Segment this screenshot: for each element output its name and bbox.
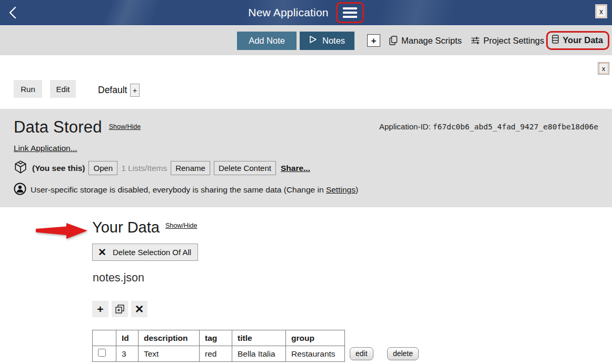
cell-title: Bella Italia bbox=[232, 346, 286, 362]
project-settings-button[interactable]: Project Settings bbox=[471, 36, 545, 46]
your-data-showhide-link[interactable]: Show/Hide bbox=[165, 222, 197, 229]
manage-scripts-label: Manage Scripts bbox=[401, 36, 462, 46]
header-title: title bbox=[232, 330, 286, 346]
cell-group: Restaurants bbox=[286, 346, 345, 362]
notes-button[interactable]: Notes bbox=[300, 32, 354, 50]
delete-selection-label: Delete Selection Of All bbox=[113, 248, 191, 257]
application-id-label: Application-ID: bbox=[379, 122, 431, 131]
cell-id: 3 bbox=[116, 346, 139, 362]
settings-link[interactable]: Settings bbox=[326, 185, 356, 194]
row-checkbox[interactable] bbox=[98, 349, 106, 357]
hamburger-menu-icon[interactable] bbox=[343, 7, 357, 18]
panel-close-button[interactable]: x bbox=[598, 62, 609, 75]
open-button[interactable]: Open bbox=[88, 161, 117, 175]
run-button[interactable]: Run bbox=[14, 80, 42, 98]
data-stored-title: Data Stored bbox=[14, 118, 102, 136]
dataset-file-name: notes.json bbox=[93, 271, 144, 285]
user-icon bbox=[14, 183, 26, 197]
sliders-icon bbox=[471, 36, 480, 45]
header-checkbox-col bbox=[93, 330, 116, 346]
link-application-link[interactable]: Link Application... bbox=[14, 144, 77, 153]
storage-note: User-specific storage is disabled, every… bbox=[14, 183, 598, 197]
table-header-row: Id description tag title group bbox=[93, 330, 419, 346]
scope-label: (You see this) bbox=[32, 164, 85, 173]
header-description: description bbox=[139, 330, 200, 346]
notes-button-label: Notes bbox=[322, 36, 345, 46]
red-arrow-annotation bbox=[36, 222, 88, 242]
application-id-value: f67dc0b6_abd5_4fad_9427_e80fbe18d06e bbox=[433, 123, 598, 131]
run-bar: x Run Edit Default + bbox=[0, 55, 612, 109]
delete-row-action-button[interactable]: delete bbox=[387, 347, 419, 360]
header-actions-col bbox=[345, 330, 419, 346]
cell-description: Text bbox=[139, 346, 200, 362]
share-link[interactable]: Share... bbox=[281, 164, 310, 173]
data-stored-panel: Data Stored Show/Hide Application-ID: f6… bbox=[0, 109, 612, 207]
cube-icon bbox=[14, 160, 27, 176]
add-note-button[interactable]: Add Note bbox=[237, 32, 297, 50]
row-checkbox-cell bbox=[93, 346, 116, 362]
delete-x-icon: ✕ bbox=[98, 247, 106, 257]
table-row: 3 Text red Bella Italia Restaurants edit… bbox=[93, 346, 419, 362]
row-actions: edit delete bbox=[345, 346, 419, 362]
application-id: Application-ID: f67dc0b6_abd5_4fad_9427_… bbox=[379, 122, 598, 131]
project-settings-label: Project Settings bbox=[483, 36, 545, 46]
delete-selection-button[interactable]: ✕ Delete Selection Of All bbox=[92, 244, 198, 261]
your-data-button[interactable]: Your Data bbox=[546, 31, 609, 50]
data-stored-showhide-link[interactable]: Show/Hide bbox=[109, 123, 141, 130]
add-profile-button[interactable]: + bbox=[130, 84, 140, 97]
delete-content-button[interactable]: Delete Content bbox=[214, 161, 276, 175]
add-tab-button[interactable]: + bbox=[367, 34, 380, 47]
duplicate-row-button[interactable] bbox=[112, 301, 128, 317]
edit-row-button[interactable]: edit bbox=[350, 347, 373, 360]
scripts-copy-icon bbox=[389, 36, 398, 45]
edit-button[interactable]: Edit bbox=[50, 80, 76, 98]
list-toolbar: + ✕ bbox=[92, 301, 147, 317]
lists-items-count: 1 Lists/Items bbox=[121, 164, 167, 173]
window-close-button[interactable]: x bbox=[595, 4, 607, 18]
app-window: New Application x Add Note Notes + Manag… bbox=[0, 0, 612, 364]
header-id: Id bbox=[116, 330, 139, 346]
header-group: group bbox=[286, 330, 345, 346]
play-icon bbox=[309, 35, 317, 46]
your-data-section: Your Data Show/Hide ✕ Delete Selection O… bbox=[0, 207, 612, 364]
database-icon bbox=[552, 35, 559, 46]
storage-note-text: User-specific storage is disabled, every… bbox=[31, 185, 358, 195]
your-data-label: Your Data bbox=[562, 35, 603, 45]
top-bar: New Application x bbox=[0, 0, 612, 25]
your-data-title: Your Data bbox=[92, 219, 160, 236]
header-tag: tag bbox=[200, 330, 232, 346]
add-row-button[interactable]: + bbox=[92, 301, 108, 317]
cell-tag: red bbox=[200, 346, 232, 362]
annotation-box-menu bbox=[336, 2, 364, 23]
rename-button[interactable]: Rename bbox=[171, 161, 210, 175]
manage-scripts-button[interactable]: Manage Scripts bbox=[389, 36, 462, 46]
page-title: New Application bbox=[248, 6, 328, 19]
data-table: Id description tag title group 3 Text re… bbox=[92, 330, 419, 362]
toolbar: Add Note Notes + Manage Scripts Project … bbox=[0, 25, 612, 55]
title-group: New Application bbox=[0, 0, 612, 25]
profile-label: Default bbox=[98, 85, 127, 96]
delete-row-button[interactable]: ✕ bbox=[131, 301, 147, 317]
